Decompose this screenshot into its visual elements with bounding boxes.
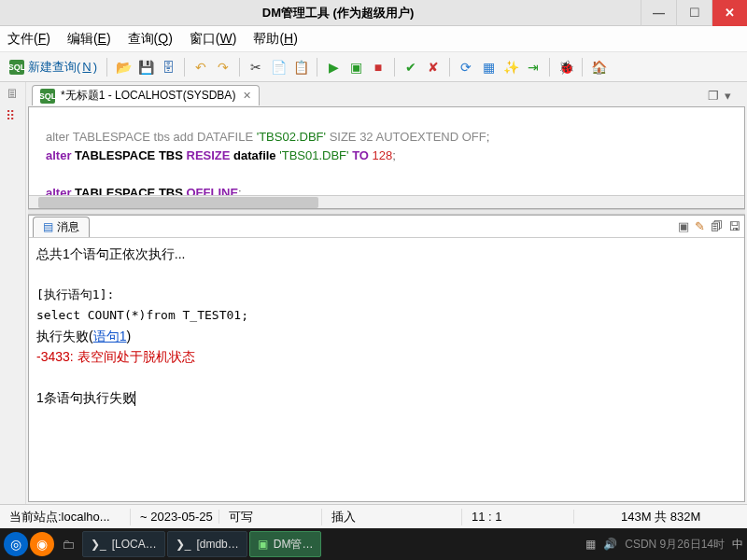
msg-line-exec: 总共1个语句正依次执行... bbox=[36, 244, 737, 264]
wizard-icon[interactable]: ✨ bbox=[500, 57, 521, 77]
copy-icon[interactable]: 📄 bbox=[268, 57, 289, 77]
menu-edit[interactable]: 编辑(E) bbox=[67, 31, 111, 48]
restore-icon[interactable]: ❐ bbox=[708, 89, 725, 103]
toolbar: SQL新建查询(N) 📂 💾 🗄 ↶ ↷ ✂ 📄 📋 ▶ ▣ ■ ✔ ✘ ⟳ ▦… bbox=[0, 52, 747, 82]
copy-msg-icon[interactable]: 🗐 bbox=[711, 219, 723, 233]
status-mode: 插入 bbox=[322, 509, 462, 525]
start-button[interactable]: ◎ bbox=[4, 532, 28, 556]
run-script-icon[interactable]: ▣ bbox=[345, 57, 366, 77]
msg-line-header: [执行语句1]: bbox=[36, 285, 737, 305]
files-icon[interactable]: 🗀 bbox=[56, 532, 80, 556]
menu-bar: 文件(F) 编辑(E) 查询(Q) 窗口(W) 帮助(H) bbox=[0, 26, 747, 52]
brush-icon[interactable]: ✎ bbox=[695, 219, 705, 233]
status-site: 当前站点:localho... bbox=[0, 509, 131, 525]
task-terminal-1[interactable]: ❯_[LOCA… bbox=[82, 531, 165, 557]
cut-icon[interactable]: ✂ bbox=[246, 57, 266, 77]
menu-help[interactable]: 帮助(H) bbox=[253, 31, 297, 48]
status-time: ~ 2023-05-25 bbox=[131, 510, 219, 524]
terminal-icon: ❯_ bbox=[91, 538, 106, 551]
fail-link[interactable]: 语句1 bbox=[93, 329, 127, 343]
msg-line-fail: 执行失败(语句1) bbox=[36, 326, 737, 346]
firefox-icon[interactable]: ◉ bbox=[30, 532, 54, 556]
open-icon[interactable]: 📂 bbox=[113, 57, 134, 77]
editor-hscrollbar[interactable] bbox=[29, 195, 744, 208]
tab-close-icon[interactable]: ✕ bbox=[243, 90, 251, 102]
redo-icon[interactable]: ↷ bbox=[213, 57, 233, 77]
message-panel: ▤ 消息 ▣ ✎ 🗐 🖫 总共1个语句正依次执行... [执行语句1]: sel… bbox=[28, 215, 745, 502]
new-query-button[interactable]: SQL新建查询(N) bbox=[6, 59, 101, 76]
task-terminal-2[interactable]: ❯_[dmdb… bbox=[167, 531, 247, 557]
sql-icon: SQL bbox=[40, 89, 55, 104]
commit-icon[interactable]: ✔ bbox=[401, 57, 421, 77]
nav-icon[interactable]: ⠿ bbox=[6, 108, 21, 123]
refresh-icon[interactable]: ⟳ bbox=[456, 57, 476, 77]
menu-query[interactable]: 查询(Q) bbox=[128, 31, 173, 48]
status-writable: 可写 bbox=[219, 509, 322, 525]
messages-tab[interactable]: ▤ 消息 bbox=[33, 217, 90, 237]
watermark: CSDN 9月26日14时 bbox=[625, 537, 725, 553]
save-msg-icon[interactable]: 🖫 bbox=[728, 219, 740, 233]
message-body[interactable]: 总共1个语句正依次执行... [执行语句1]: select COUNT(*)f… bbox=[29, 238, 744, 501]
outline-icon[interactable]: 🗏 bbox=[6, 86, 21, 101]
rollback-icon[interactable]: ✘ bbox=[423, 57, 444, 77]
paste-icon[interactable]: 📋 bbox=[290, 57, 311, 77]
status-bar: 当前站点:localho... ~ 2023-05-25 可写 插入 11 : … bbox=[0, 504, 747, 528]
editor-tab[interactable]: SQL *无标题1 - LOCALHOST(SYSDBA) ✕ bbox=[32, 85, 260, 105]
app-icon: ▣ bbox=[258, 538, 268, 551]
terminal-icon: ❯_ bbox=[176, 538, 191, 551]
minimize-button[interactable] bbox=[641, 0, 676, 26]
menu-icon[interactable]: ▾ bbox=[725, 89, 741, 103]
editor-tab-title: *无标题1 - LOCALHOST(SYSDBA) bbox=[61, 88, 235, 104]
export-icon[interactable]: ⇥ bbox=[523, 57, 543, 77]
sql-icon: SQL bbox=[9, 60, 24, 75]
messages-tab-label: 消息 bbox=[57, 219, 79, 235]
tray-icon[interactable]: ▦ bbox=[585, 538, 596, 551]
pin-icon[interactable]: ▣ bbox=[678, 219, 689, 233]
undo-icon[interactable]: ↶ bbox=[190, 57, 211, 77]
side-gutter: 🗏 ⠿ bbox=[0, 82, 26, 504]
menu-file[interactable]: 文件(F) bbox=[7, 31, 50, 48]
volume-icon[interactable]: 🔊 bbox=[603, 538, 617, 551]
editor-tab-bar: SQL *无标题1 - LOCALHOST(SYSDBA) ✕ ❐ ▾ bbox=[28, 84, 745, 106]
stop-icon[interactable]: ■ bbox=[368, 57, 388, 77]
close-button[interactable] bbox=[712, 0, 747, 26]
msg-line-sql: select COUNT(*)from T_TEST01; bbox=[36, 305, 737, 326]
save-all-icon[interactable]: 🗄 bbox=[158, 57, 178, 77]
status-cursor-pos: 11 : 1 bbox=[462, 510, 574, 524]
task-dm-tool[interactable]: ▣DM管… bbox=[249, 531, 322, 557]
table-icon[interactable]: ▦ bbox=[478, 57, 499, 77]
sql-editor[interactable]: alter TABLESPACE tbs add DATAFILE 'TBS02… bbox=[28, 106, 745, 209]
msg-line-summary: 1条语句执行失败 bbox=[36, 387, 737, 408]
ime-indicator[interactable]: 中 bbox=[732, 537, 743, 553]
message-icon: ▤ bbox=[43, 220, 53, 233]
status-memory: 143M 共 832M bbox=[612, 509, 747, 525]
maximize-button[interactable] bbox=[676, 0, 712, 26]
title-bar: DM管理工具 (作为超级用户) bbox=[0, 0, 747, 26]
window-title: DM管理工具 (作为超级用户) bbox=[35, 5, 641, 21]
os-taskbar: ◎ ◉ 🗀 ❯_[LOCA… ❯_[dmdb… ▣DM管… ▦ 🔊 CSDN 9… bbox=[0, 528, 747, 560]
debug-icon[interactable]: 🐞 bbox=[556, 57, 576, 77]
save-icon[interactable]: 💾 bbox=[135, 57, 156, 77]
home-icon[interactable]: 🏠 bbox=[588, 57, 609, 77]
menu-window[interactable]: 窗口(W) bbox=[190, 31, 237, 48]
run-icon[interactable]: ▶ bbox=[323, 57, 344, 77]
msg-line-error: -3433: 表空间处于脱机状态 bbox=[36, 346, 737, 367]
